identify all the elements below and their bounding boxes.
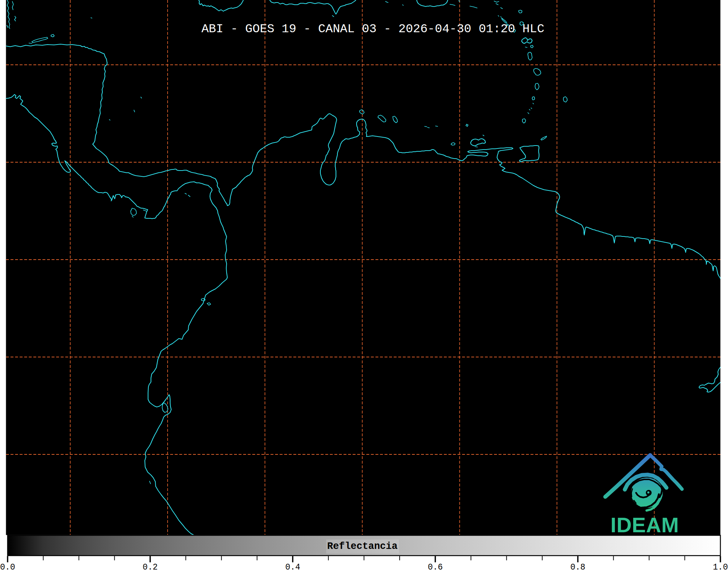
svg-text:0.4: 0.4 bbox=[285, 563, 300, 571]
svg-text:IDEAM: IDEAM bbox=[610, 513, 679, 537]
svg-text:0.0: 0.0 bbox=[0, 563, 15, 571]
svg-text:1.0: 1.0 bbox=[713, 563, 728, 571]
svg-text:0.6: 0.6 bbox=[428, 563, 443, 571]
svg-text:ABI - GOES 19 - CANAL 03 - 202: ABI - GOES 19 - CANAL 03 - 2026-04-30 01… bbox=[201, 22, 544, 36]
svg-text:Reflectancia: Reflectancia bbox=[327, 541, 397, 552]
svg-text:0.2: 0.2 bbox=[143, 563, 157, 571]
svg-text:0.8: 0.8 bbox=[570, 563, 585, 571]
